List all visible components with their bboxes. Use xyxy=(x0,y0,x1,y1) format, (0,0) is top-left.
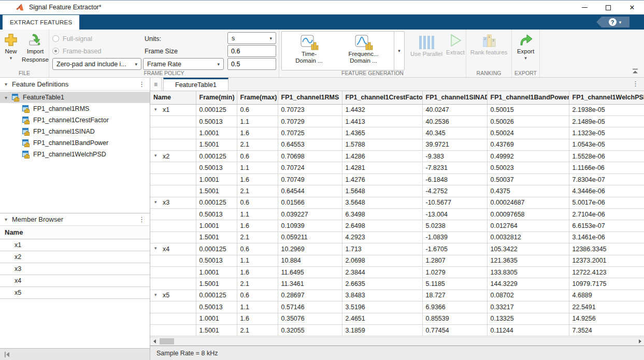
grid-cell[interactable]: 1.1166e-06 xyxy=(569,162,644,174)
document-list-button[interactable]: ≡ xyxy=(150,78,162,91)
group-collapse-icon[interactable]: ▾ xyxy=(154,246,157,251)
group-collapse-icon[interactable]: ▾ xyxy=(154,153,157,158)
scrollbar-thumb[interactable] xyxy=(160,338,174,344)
group-name-cell[interactable] xyxy=(150,301,196,313)
grid-cell[interactable]: -4.2752 xyxy=(422,185,487,197)
group-name-cell[interactable] xyxy=(150,255,196,266)
member-row[interactable]: x3 xyxy=(0,263,150,275)
grid-cell[interactable]: 1.713 xyxy=(342,243,422,255)
scroll-right-button[interactable] xyxy=(636,337,644,345)
member-name-column-header[interactable]: Name xyxy=(0,226,150,239)
grid-cell[interactable]: 0.0032812 xyxy=(487,232,569,243)
grid-cell[interactable]: 12373.2001 xyxy=(569,255,644,266)
export-button[interactable]: Export ▾ xyxy=(513,30,539,70)
grid-cell[interactable]: 10.884 xyxy=(278,255,342,266)
grid-cell[interactable]: 0.70749 xyxy=(278,174,342,185)
group-name-cell[interactable] xyxy=(150,232,196,243)
grid-cell[interactable]: -9.383 xyxy=(422,151,487,162)
grid-cell[interactable]: 40.345 xyxy=(422,127,487,139)
grid-cell[interactable]: 0.08702 xyxy=(487,290,569,301)
grid-cell[interactable]: 2.3844 xyxy=(342,266,422,278)
grid-cell[interactable]: 0.50026 xyxy=(487,116,569,127)
zero-pad-dropdown[interactable]: Zero-pad and include i... ▾ xyxy=(52,58,141,70)
grid-cell[interactable]: -1.6705 xyxy=(422,243,487,255)
grid-cell[interactable]: 1.6 xyxy=(237,127,278,139)
grid-cell[interactable]: 0.70723 xyxy=(278,104,342,116)
grid-cell[interactable]: 0.50013 xyxy=(196,255,237,266)
grid-cell[interactable]: 2.7104e-06 xyxy=(569,209,644,220)
grid-cell[interactable]: 0.059211 xyxy=(278,232,342,243)
help-button[interactable]: ? ▾ xyxy=(596,17,629,27)
grid-cell[interactable]: 0.4375 xyxy=(487,185,569,197)
grid-cell[interactable]: 4.2923 xyxy=(342,232,422,243)
grid-cell[interactable]: 2.6635 xyxy=(342,278,422,290)
grid-cell[interactable]: 0.28697 xyxy=(278,290,342,301)
grid-cell[interactable]: -10.5677 xyxy=(422,197,487,208)
grid-cell[interactable]: 1.6 xyxy=(237,266,278,278)
grid-cell[interactable]: 0.85539 xyxy=(422,313,487,324)
grid-cell[interactable]: 0.000125 xyxy=(196,290,237,301)
grid-cell[interactable]: 0.35076 xyxy=(278,313,342,324)
grid-cell[interactable]: 0.77454 xyxy=(422,324,487,336)
grid-cell[interactable]: 133.8305 xyxy=(487,266,569,278)
grid-cell[interactable]: 0.43769 xyxy=(487,139,569,150)
grid-cell[interactable]: 0.64544 xyxy=(278,185,342,197)
grid-cell[interactable]: 0.012764 xyxy=(487,220,569,232)
grid-cell[interactable]: 1.0001 xyxy=(196,127,237,139)
grid-cell[interactable]: 0.6 xyxy=(237,104,278,116)
grid-cell[interactable]: 2.4651 xyxy=(342,313,422,324)
grid-cell[interactable]: 0.6 xyxy=(237,243,278,255)
grid-cell[interactable]: 5.0238 xyxy=(422,220,487,232)
grid-cell[interactable]: 2.1 xyxy=(237,278,278,290)
grid-cell[interactable]: 0.00024687 xyxy=(487,197,569,208)
group-name-cell[interactable] xyxy=(150,162,196,174)
grid-cell[interactable]: 0.000125 xyxy=(196,243,237,255)
scroll-left-button[interactable] xyxy=(150,337,159,345)
grid-cell[interactable]: 10979.7175 xyxy=(569,278,644,290)
grid-cell[interactable]: 1.5001 xyxy=(196,278,237,290)
group-name-cell[interactable]: ▾x4 xyxy=(150,243,196,255)
grid-cell[interactable]: 0.10939 xyxy=(278,220,342,232)
grid-cell[interactable]: 2.1938e-05 xyxy=(569,104,644,116)
grid-cell[interactable]: 6.6153e-07 xyxy=(569,220,644,232)
frequency-domain-features-button[interactable]: Frequenc... Domain ... xyxy=(336,32,391,70)
units-dropdown[interactable]: s ▾ xyxy=(227,32,276,44)
grid-cell[interactable]: 2.6498 xyxy=(342,220,422,232)
kebab-menu-icon[interactable]: ⋮ xyxy=(632,80,639,88)
group-name-cell[interactable]: ▾x1 xyxy=(150,104,196,116)
grid-cell[interactable]: 11.6495 xyxy=(278,266,342,278)
grid-cell[interactable]: 0.039227 xyxy=(278,209,342,220)
member-row[interactable]: x4 xyxy=(0,275,150,287)
grid-cell[interactable]: 2.1 xyxy=(237,324,278,336)
collapse-caret-icon[interactable]: ▾ xyxy=(5,81,7,87)
time-domain-features-button[interactable]: Time- Domain ... xyxy=(282,32,336,70)
grid-cell[interactable]: 121.3635 xyxy=(487,255,569,266)
grid-cell[interactable]: 3.1859 xyxy=(342,324,422,336)
minimize-button[interactable] xyxy=(573,1,596,15)
grid-cell[interactable]: 40.2536 xyxy=(422,116,487,127)
grid-cell[interactable]: 3.5196 xyxy=(342,301,422,313)
frame-size-input[interactable] xyxy=(227,45,276,57)
grid-cell[interactable]: 0.50015 xyxy=(487,104,569,116)
grid-cell[interactable]: 22.5491 xyxy=(569,301,644,313)
group-name-cell[interactable] xyxy=(150,116,196,127)
member-row[interactable]: x5 xyxy=(0,287,150,299)
tree-item[interactable]: FP1_channel1CrestFactor xyxy=(0,114,150,126)
group-name-cell[interactable] xyxy=(150,313,196,324)
grid-cell[interactable]: 1.5001 xyxy=(196,232,237,243)
grid-cell[interactable]: 0.50013 xyxy=(196,162,237,174)
grid-cell[interactable]: 4.3446e-06 xyxy=(569,185,644,197)
grid-cell[interactable]: 1.1 xyxy=(237,162,278,174)
group-name-cell[interactable] xyxy=(150,278,196,290)
tree-expand-icon[interactable]: ▾ xyxy=(5,95,12,100)
grid-cell[interactable]: 1.4365 xyxy=(342,127,422,139)
grid-cell[interactable]: 0.13325 xyxy=(487,313,569,324)
grid-cell[interactable]: 11.3461 xyxy=(278,278,342,290)
grid-cell[interactable]: 1.0001 xyxy=(196,313,237,324)
column-header[interactable]: Name xyxy=(150,91,196,104)
group-name-cell[interactable] xyxy=(150,174,196,185)
grid-cell[interactable]: 0.000125 xyxy=(196,197,237,208)
frame-rate-dropdown[interactable]: Frame Rate ▾ xyxy=(143,58,224,70)
grid-cell[interactable]: 0.50013 xyxy=(196,116,237,127)
column-header[interactable]: FP1_channel1SINAD xyxy=(422,91,487,104)
